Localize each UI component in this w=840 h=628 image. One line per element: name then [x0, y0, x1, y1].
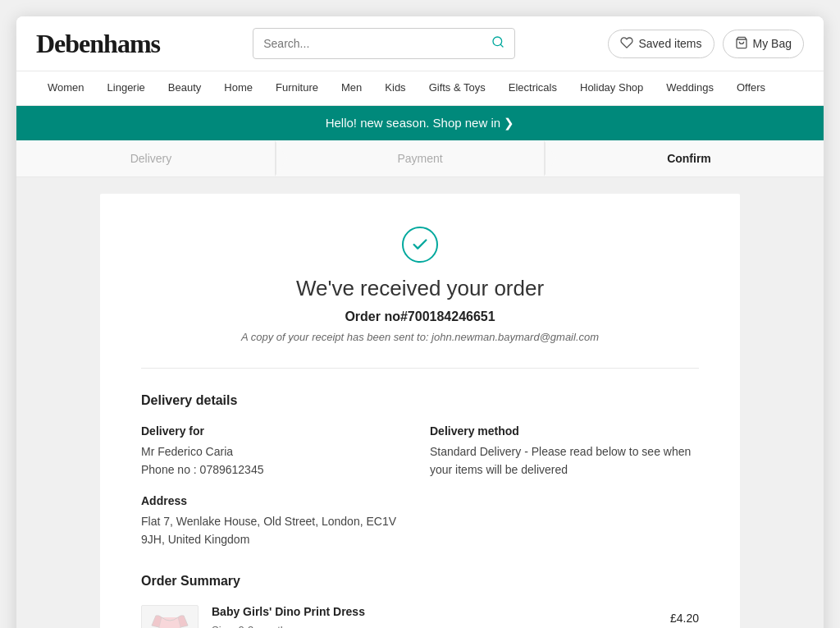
- heart-icon: [620, 36, 633, 52]
- order-number: Order no#700184246651: [141, 309, 699, 324]
- browser-window: Debenhams Saved items: [16, 16, 824, 628]
- nav-item-men[interactable]: Men: [330, 71, 373, 105]
- step-arrow-inner-2: [546, 141, 556, 176]
- search-input[interactable]: [263, 37, 491, 50]
- address-line1: Flat 7, Wenlake House, Old Street, Londo…: [141, 512, 410, 530]
- nav-item-furniture[interactable]: Furniture: [264, 71, 330, 105]
- product-details: Baby Girls' Dino Print Dress Size: 0-3 m…: [212, 605, 657, 628]
- nav-item-offers[interactable]: Offers: [725, 71, 777, 105]
- my-bag-label: My Bag: [753, 37, 792, 50]
- search-container[interactable]: [253, 28, 515, 59]
- delivery-for-col: Delivery for Mr Federico Caria Phone no …: [141, 424, 410, 549]
- my-bag-button[interactable]: My Bag: [723, 30, 804, 58]
- delivery-grid: Delivery for Mr Federico Caria Phone no …: [141, 424, 699, 549]
- product-price: £4.20: [670, 612, 699, 625]
- delivery-method-title: Delivery method: [430, 424, 699, 438]
- nav-item-kids[interactable]: Kids: [373, 71, 417, 105]
- nav-bar: Women Lingerie Beauty Home Furniture Men…: [16, 71, 824, 106]
- address-title: Address: [141, 494, 410, 507]
- order-confirmed-title: We've received your order: [141, 276, 699, 301]
- banner-text: Hello! new season. Shop new in ❯: [326, 116, 515, 130]
- nav-item-weddings[interactable]: Weddings: [655, 71, 725, 105]
- nav-item-women[interactable]: Women: [36, 71, 96, 105]
- header-actions: Saved items My Bag: [608, 30, 804, 58]
- order-summary-section: Order Summary: [141, 574, 699, 628]
- nav-item-home[interactable]: Home: [212, 71, 264, 105]
- nav-item-lingerie[interactable]: Lingerie: [96, 71, 157, 105]
- header: Debenhams Saved items: [16, 16, 824, 71]
- delivery-method-col: Delivery method Standard Delivery - Plea…: [430, 424, 699, 549]
- order-card: We've received your order Order no#70018…: [100, 194, 740, 628]
- logo: Debenhams: [36, 29, 160, 59]
- saved-items-label: Saved items: [638, 37, 701, 50]
- search-icon[interactable]: [491, 35, 504, 52]
- delivery-details-title: Delivery details: [141, 393, 699, 408]
- nav-item-gifts[interactable]: Gifts & Toys: [418, 71, 497, 105]
- svg-line-1: [500, 44, 503, 47]
- confirmation-section: We've received your order Order no#70018…: [141, 227, 699, 369]
- delivery-for-title: Delivery for: [141, 424, 410, 438]
- product-row: Baby Girls' Dino Print Dress Size: 0-3 m…: [141, 605, 699, 628]
- main-content: We've received your order Order no#70018…: [16, 177, 824, 628]
- step-payment: Payment: [285, 140, 555, 176]
- receipt-info-text: A copy of your receipt has been sent to:…: [141, 331, 699, 343]
- step-delivery: Delivery: [16, 140, 285, 176]
- delivery-method-text: Standard Delivery - Please read below to…: [430, 442, 699, 479]
- check-circle-icon: [402, 227, 438, 263]
- product-name: Baby Girls' Dino Print Dress: [212, 605, 657, 618]
- product-image: [141, 605, 199, 628]
- customer-name: Mr Federico Caria: [141, 442, 410, 461]
- customer-phone: Phone no : 0789612345: [141, 461, 410, 479]
- step-arrow-inner-1: [276, 141, 287, 176]
- product-size: Size: 0-3 months: [212, 621, 657, 628]
- nav-item-electricals[interactable]: Electricals: [497, 71, 568, 105]
- saved-items-button[interactable]: Saved items: [608, 30, 714, 58]
- nav-item-holiday[interactable]: Holiday Shop: [568, 71, 655, 105]
- step-confirm: Confirm: [555, 140, 824, 176]
- order-summary-title: Order Summary: [141, 574, 699, 589]
- delivery-details-section: Delivery details Delivery for Mr Federic…: [141, 393, 699, 549]
- checkout-steps: Delivery Payment Confirm: [16, 140, 824, 177]
- bag-icon: [735, 36, 748, 52]
- address-line2: 9JH, United Kingdom: [141, 530, 410, 548]
- promo-banner[interactable]: Hello! new season. Shop new in ❯: [16, 106, 824, 140]
- nav-item-beauty[interactable]: Beauty: [157, 71, 212, 105]
